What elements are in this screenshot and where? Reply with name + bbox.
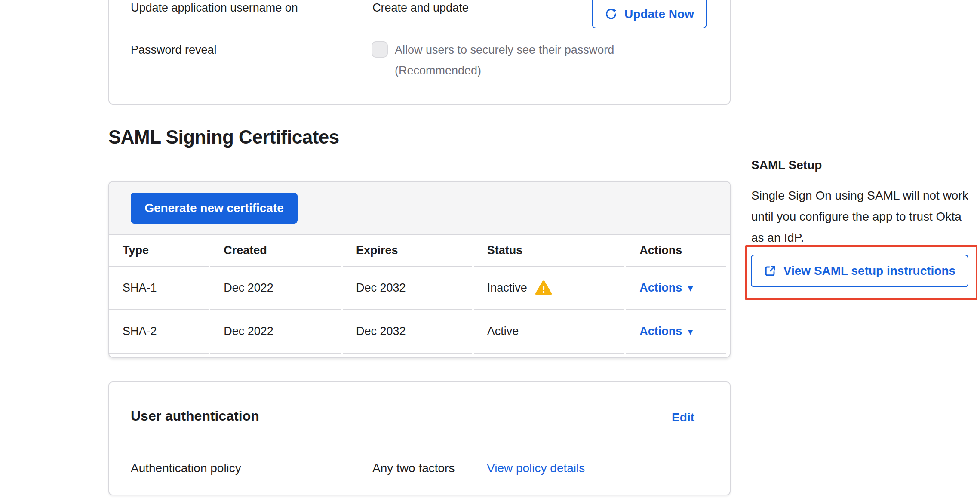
generate-certificate-button[interactable]: Generate new certificate (131, 193, 298, 224)
column-header-created: Created (210, 235, 341, 267)
view-saml-setup-instructions-button[interactable]: View SAML setup instructions (751, 255, 968, 287)
column-header-expires: Expires (343, 235, 472, 267)
password-reveal-checkbox[interactable] (372, 41, 388, 58)
actions-dropdown[interactable]: Actions ▾ (639, 281, 693, 295)
cell-type: SHA-1 (109, 267, 209, 310)
table-row: SHA-1 Dec 2022 Dec 2032 Inactive (109, 267, 726, 310)
saml-setup-heading: SAML Setup (751, 158, 822, 172)
column-header-status: Status (474, 235, 624, 267)
chevron-down-icon: ▾ (688, 283, 693, 292)
cell-actions: Actions ▾ (626, 310, 726, 354)
update-username-label: Update application username on (131, 1, 298, 15)
user-authentication-card: User authentication Edit Authentication … (108, 381, 731, 495)
authentication-policy-label: Authentication policy (131, 461, 241, 476)
checkbox-label-line1: Allow users to securely see their passwo… (395, 43, 614, 58)
user-authentication-heading: User authentication (131, 407, 259, 424)
cell-actions: Actions ▾ (626, 267, 726, 310)
actions-dropdown[interactable]: Actions ▾ (639, 325, 693, 338)
edit-link[interactable]: Edit (672, 410, 694, 425)
certificates-card: Generate new certificate Type Created Ex… (108, 181, 731, 358)
chevron-down-icon: ▾ (688, 327, 693, 336)
column-header-type: Type (109, 235, 209, 267)
table-row: SHA-2 Dec 2022 Dec 2032 Active Actions ▾ (109, 310, 726, 354)
checkbox-label-line2: (Recommended) (395, 64, 481, 78)
okta-app-settings-page: Update application username on Create an… (0, 0, 980, 498)
view-policy-details-link[interactable]: View policy details (487, 461, 585, 476)
app-settings-card: Update application username on Create an… (108, 0, 731, 105)
cell-created: Dec 2022 (210, 267, 341, 310)
cell-expires: Dec 2032 (343, 267, 472, 310)
refresh-icon (605, 8, 617, 21)
external-link-icon (764, 264, 777, 277)
cell-expires: Dec 2032 (343, 310, 472, 354)
certificates-table: Type Created Expires Status Actions SHA-… (108, 235, 728, 354)
saml-signing-certificates-heading: SAML Signing Certificates (108, 126, 339, 148)
certificates-card-toolbar: Generate new certificate (109, 182, 730, 235)
view-saml-label: View SAML setup instructions (783, 264, 955, 278)
column-header-actions: Actions (626, 235, 726, 267)
update-now-label: Update Now (624, 7, 694, 21)
saml-setup-description: Single Sign On using SAML will not work … (751, 185, 973, 248)
table-header-row: Type Created Expires Status Actions (109, 235, 726, 267)
cell-type: SHA-2 (109, 310, 209, 354)
warning-icon (535, 280, 552, 296)
cell-created: Dec 2022 (210, 310, 341, 354)
status-text: Active (487, 325, 519, 338)
cell-status: Inactive (474, 267, 624, 310)
update-now-button[interactable]: Update Now (592, 0, 707, 28)
status-text: Inactive (487, 281, 527, 295)
cell-status: Active (474, 310, 624, 354)
update-username-value: Create and update (372, 1, 469, 15)
password-reveal-label: Password reveal (131, 43, 217, 58)
authentication-policy-value: Any two factors (372, 461, 455, 476)
